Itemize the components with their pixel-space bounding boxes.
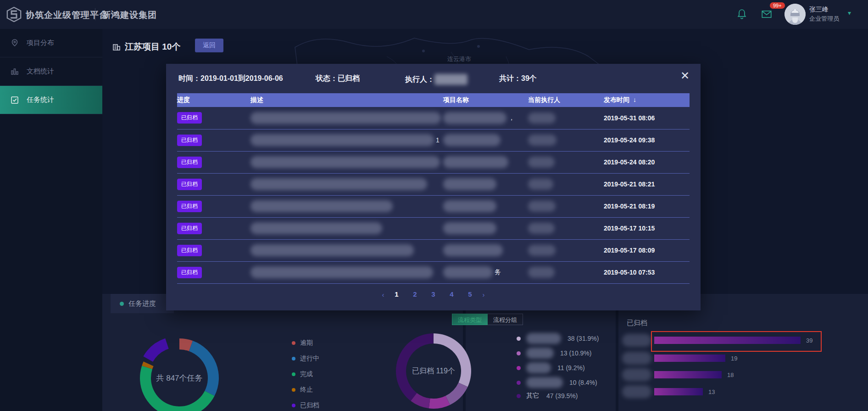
page-next-icon[interactable]: › xyxy=(483,291,485,298)
col-description[interactable]: 描述 xyxy=(250,93,443,107)
legend-item-终止[interactable]: 终止 xyxy=(292,386,313,394)
table-row[interactable]: 已归档 2019-05-21 08:21 xyxy=(177,173,690,195)
app-logo-icon xyxy=(6,7,22,22)
bar-18[interactable] xyxy=(654,371,722,378)
flow-tab-流程分组[interactable]: 流程分组 xyxy=(488,314,523,325)
region-title-text: 江苏项目 10个 xyxy=(125,41,180,53)
redacted-description xyxy=(250,178,427,190)
legend-value: 38 (31.9%) xyxy=(568,335,599,342)
redacted-project-name xyxy=(443,112,506,124)
donut-segment-已归档[interactable] xyxy=(143,338,168,362)
publish-time: 2019-05-10 07:53 xyxy=(604,261,690,283)
page-button-3[interactable]: 3 xyxy=(428,288,440,300)
legend-item-逾期[interactable]: 逾期 xyxy=(292,339,313,347)
donut-segment-进行中[interactable] xyxy=(189,341,219,396)
flow-legend-item-11[interactable]: 11 (9.2%) xyxy=(517,362,585,373)
map-pin-icon xyxy=(10,39,19,48)
table-row[interactable]: 已归档 2019-05-24 08:20 xyxy=(177,151,690,173)
flow-donut-center-label: 已归档 119个 xyxy=(412,366,455,376)
page-button-2[interactable]: 2 xyxy=(409,288,421,300)
app-title: 协筑企业级管理平台 xyxy=(26,9,108,21)
legend-value: 11 (9.2%) xyxy=(557,364,585,372)
publish-time: 2019-05-24 08:20 xyxy=(604,151,690,173)
redacted-executor xyxy=(528,135,556,146)
col-progress[interactable]: 进度 xyxy=(177,93,250,107)
redacted-project-name xyxy=(443,244,503,256)
bar-19[interactable] xyxy=(654,355,725,362)
flow-legend-item-其它[interactable]: 其它47 (39.5%) xyxy=(517,392,578,400)
legend-item-完成[interactable]: 完成 xyxy=(292,370,313,378)
bars-panel-title: 已归档 xyxy=(627,319,647,327)
flow-legend-item-13[interactable]: 13 (10.9%) xyxy=(517,348,591,359)
task-progress-donut xyxy=(129,327,230,411)
redacted-legend-label xyxy=(526,362,551,373)
page-button-4[interactable]: 4 xyxy=(446,288,458,300)
chevron-down-icon[interactable]: ▾ xyxy=(848,9,851,17)
panel-divider xyxy=(616,294,618,411)
redacted-description xyxy=(250,156,440,168)
page-button-5[interactable]: 5 xyxy=(464,288,476,300)
col-publish-time[interactable]: 发布时间↓ xyxy=(604,93,690,107)
sidebar-item-项目分布[interactable]: 项目分布 xyxy=(0,29,102,57)
redacted-description xyxy=(250,134,434,146)
title-separator xyxy=(95,8,95,20)
sidebar-item-label: 项目分布 xyxy=(27,39,54,47)
legend-dot-icon xyxy=(292,404,295,407)
col-current-executor[interactable]: 当前执行人 xyxy=(528,93,604,107)
doc-chart-icon xyxy=(10,67,19,76)
sidebar-item-文档统计[interactable]: 文档统计 xyxy=(0,57,102,86)
status-badge: 已归档 xyxy=(177,201,202,212)
back-button[interactable]: 返回 xyxy=(195,39,223,52)
flow-legend-item-10[interactable]: 10 (8.4%) xyxy=(517,377,597,388)
modal-filter-bar: 时间：2019-01-01到2019-06-06 状态：已归档 执行人： 共计：… xyxy=(166,72,701,86)
top-header: 协筑企业级管理平台 新鸿建设集团 99+ 张三峰 企业管理员 ▾ xyxy=(0,0,868,29)
redacted-project-name xyxy=(443,222,496,234)
redacted-executor xyxy=(528,201,556,212)
table-row[interactable]: 已归档 2019-05-17 10:15 xyxy=(177,217,690,239)
legend-item-已归档[interactable]: 已归档 xyxy=(292,401,319,410)
pagination: ‹ 12345 › xyxy=(166,288,701,300)
bar-value-label: 18 xyxy=(727,372,734,378)
col-project-name[interactable]: 项目名称 xyxy=(443,93,528,107)
sidebar-item-任务统计[interactable]: 任务统计 xyxy=(0,86,102,114)
user-avatar[interactable] xyxy=(785,4,806,25)
table-row[interactable]: 已归档 ， 2019-05-31 08:06 xyxy=(177,107,690,129)
filter-executor: 执行人： xyxy=(405,74,467,85)
legend-dot-icon xyxy=(292,372,295,376)
avatar-person-icon xyxy=(785,4,806,25)
donut-segment-13[interactable] xyxy=(445,383,467,405)
notification-bell-icon[interactable] xyxy=(736,8,748,20)
table-row[interactable]: 已归档 务 2019-05-10 07:53 xyxy=(177,261,690,283)
flow-legend-item-38[interactable]: 38 (31.9%) xyxy=(517,333,599,344)
publish-time: 2019-05-21 08:19 xyxy=(604,195,690,217)
publish-time: 2019-05-17 10:15 xyxy=(604,217,690,239)
legend-dot-icon xyxy=(517,381,521,385)
page-prev-icon[interactable]: ‹ xyxy=(382,291,384,298)
redacted-description xyxy=(250,244,414,256)
legend-item-进行中[interactable]: 进行中 xyxy=(292,355,319,363)
redacted-bar-category xyxy=(622,352,651,365)
org-name: 新鸿建设集团 xyxy=(102,9,157,21)
task-progress-tab[interactable]: 任务进度 xyxy=(111,294,174,313)
status-badge: 已归档 xyxy=(177,135,202,146)
legend-dot-icon xyxy=(517,366,521,370)
description-suffix: 1 xyxy=(436,136,440,144)
mail-count-badge: 99+ xyxy=(770,2,785,9)
sort-desc-icon[interactable]: ↓ xyxy=(633,96,636,103)
publish-time: 2019-05-17 08:09 xyxy=(604,239,690,261)
status-badge: 已归档 xyxy=(177,179,202,190)
map-city-label: 连云港市 xyxy=(447,55,471,63)
table-row[interactable]: 已归档 2019-05-17 08:09 xyxy=(177,239,690,261)
legend-value: 10 (8.4%) xyxy=(569,379,597,386)
bar-value-label: 19 xyxy=(731,355,737,362)
project-suffix: ， xyxy=(508,114,515,122)
table-row[interactable]: 已归档 2019-05-21 08:19 xyxy=(177,195,690,217)
building-icon xyxy=(112,43,121,51)
table-header-row: 进度 描述 项目名称 当前执行人 发布时间↓ xyxy=(177,93,690,107)
donut-segment-38[interactable] xyxy=(434,333,471,387)
bar-13[interactable] xyxy=(654,388,703,395)
table-row[interactable]: 已归档 1 2019-05-24 09:38 xyxy=(177,129,690,151)
status-badge: 已归档 xyxy=(177,223,202,234)
page-button-1[interactable]: 1 xyxy=(391,288,403,300)
mail-icon[interactable] xyxy=(761,8,773,20)
